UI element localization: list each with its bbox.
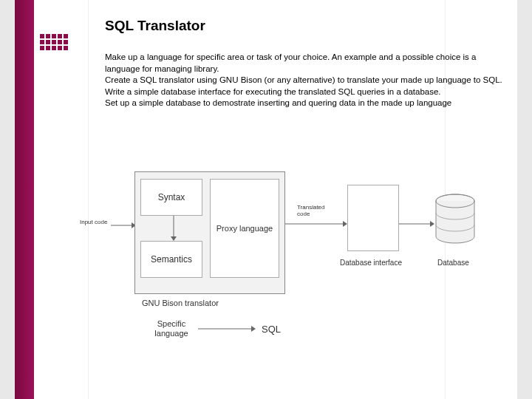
arrow-icon — [285, 220, 347, 228]
paragraph: Write a simple database interface for ex… — [105, 86, 504, 98]
proxy-language-box: Proxy language — [210, 179, 279, 278]
sidebar-accent — [15, 0, 34, 399]
arrow-icon — [399, 220, 434, 228]
body-text: Make up a language for specific area or … — [105, 52, 504, 109]
page-title: SQL Translator — [105, 18, 504, 34]
svg-marker-3 — [171, 236, 177, 241]
gnu-bison-label: GNU Bison translator — [142, 299, 219, 307]
database-interface-label: Database interface — [340, 259, 402, 267]
semantics-box: Semantics — [140, 241, 202, 278]
translated-code-label: Translated code — [297, 204, 334, 217]
arrow-icon — [198, 325, 256, 332]
syntax-box: Syntax — [140, 179, 202, 216]
logo-icon — [40, 34, 72, 55]
database-interface-box — [347, 185, 399, 251]
sql-label: SQL — [262, 324, 281, 335]
paragraph: Make up a language for specific area or … — [105, 52, 504, 75]
diagram: Input code GNU Bison translator Syntax S… — [89, 171, 502, 349]
paragraph: Create a SQL translator using GNU Bison … — [105, 75, 504, 86]
arrow-icon — [111, 222, 136, 229]
content-area: SQL Translator Make up a language for sp… — [105, 18, 504, 109]
input-code-label: Input code — [80, 219, 107, 225]
paragraph: Set up a simple database to demostrate i… — [105, 98, 504, 109]
database-icon — [434, 194, 476, 245]
arrow-icon — [170, 216, 177, 241]
specific-language-label: Specific language — [149, 319, 194, 338]
svg-marker-11 — [251, 326, 256, 332]
database-label: Database — [437, 259, 469, 267]
slide: SQL Translator Make up a language for sp… — [15, 0, 517, 399]
